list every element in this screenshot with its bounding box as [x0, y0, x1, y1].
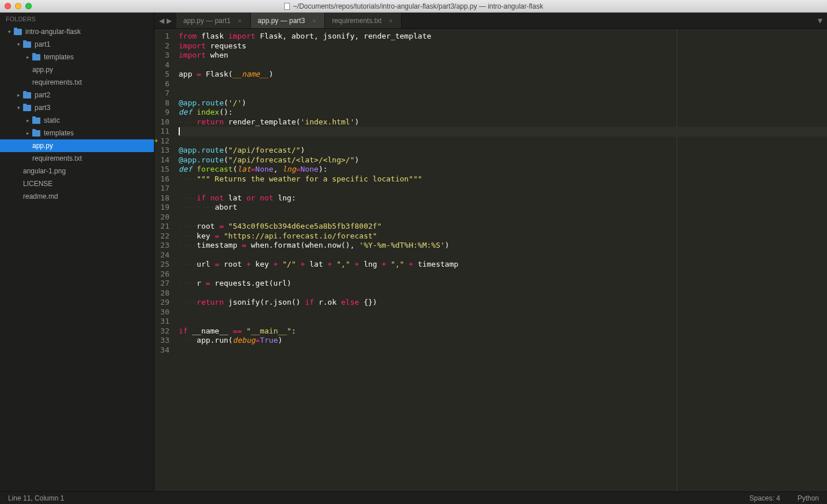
disclosure-icon: ▸: [17, 92, 23, 98]
code-line[interactable]: @app.route('/'): [179, 98, 827, 108]
code-line[interactable]: ····timestamp = when.format(when.now(), …: [179, 241, 827, 251]
nav-forward-icon[interactable]: ▶: [167, 17, 172, 25]
folder-icon: [23, 92, 31, 98]
folder-icon: [32, 118, 40, 124]
code-line[interactable]: ····app.run(debug=True): [179, 336, 827, 346]
code-line[interactable]: import requests: [179, 41, 827, 51]
code-line[interactable]: ····""" Returns the weather for a specif…: [179, 175, 827, 184]
zoom-window-button[interactable]: [25, 3, 32, 9]
code-line[interactable]: [179, 60, 827, 70]
file-app-py[interactable]: app.py: [0, 63, 154, 76]
code-line[interactable]: [179, 127, 827, 137]
tab-close-icon[interactable]: ×: [311, 17, 318, 24]
minimize-window-button[interactable]: [15, 3, 21, 9]
code-line[interactable]: ········abort: [179, 203, 827, 213]
code-line[interactable]: [179, 270, 827, 279]
code-line[interactable]: ····root = "543c0f05cb394d6ece5a8b5fb3f8…: [179, 222, 827, 232]
file-requirements-txt[interactable]: requirements.txt: [0, 152, 154, 165]
tab-label: requirements.txt: [332, 17, 382, 25]
folder-intro-angular-flask[interactable]: ▾intro-angular-flask: [0, 25, 154, 38]
file-readme-md[interactable]: readme.md: [0, 190, 154, 203]
window-title: ~/Documents/repos/tutorials/intro-angula…: [293, 2, 543, 10]
tab-app-py-part3[interactable]: app.py — part3×: [251, 13, 325, 28]
folder-part1[interactable]: ▾part1: [0, 38, 154, 51]
code-line[interactable]: ····return jsonify(r.json() if r.ok else…: [179, 298, 827, 308]
folder-icon: [14, 29, 22, 35]
tree-item-label: readme.md: [23, 192, 58, 200]
folder-templates[interactable]: ▸templates: [0, 127, 154, 139]
code-line[interactable]: [179, 346, 827, 355]
code-line[interactable]: [179, 289, 827, 298]
code-line[interactable]: [179, 251, 827, 260]
folder-part3[interactable]: ▾part3: [0, 101, 154, 114]
tree-item-label: app.py: [32, 142, 53, 150]
gutter-modified-icon: +: [154, 137, 159, 146]
code-line[interactable]: @app.route("/api/forecast/"): [179, 146, 827, 156]
tab-app-py-part1[interactable]: app.py — part1×: [176, 13, 251, 28]
code-editor[interactable]: 123456789101112+131415161718192021222324…: [154, 29, 827, 491]
tree-item-label: part3: [35, 104, 50, 112]
code-line[interactable]: [179, 308, 827, 317]
code-line[interactable]: app = Flask(__name__): [179, 70, 827, 79]
folder-part2[interactable]: ▸part2: [0, 89, 154, 101]
tabbar: ◀ ▶ app.py — part1×app.py — part3×requir…: [154, 13, 827, 29]
code-line[interactable]: [179, 137, 827, 146]
tree-item-label: requirements.txt: [32, 78, 82, 86]
sidebar-header: FOLDERS: [0, 13, 154, 25]
sidebar: FOLDERS ▾intro-angular-flask▾part1▸templ…: [0, 13, 154, 491]
text-cursor: [179, 127, 180, 135]
status-position[interactable]: Line 11, Column 1: [8, 494, 64, 502]
tree-item-label: templates: [44, 53, 74, 61]
code-line[interactable]: [179, 213, 827, 222]
code-line[interactable]: ····return render_template('index.html'): [179, 118, 827, 127]
folder-static[interactable]: ▸static: [0, 114, 154, 127]
file-app-py[interactable]: app.py: [0, 139, 154, 152]
folder-icon: [23, 41, 31, 48]
code-line[interactable]: ····key = "https://api.forecast.io/forec…: [179, 232, 827, 241]
tab-label: app.py — part3: [258, 17, 305, 25]
folder-icon: [32, 54, 40, 60]
code-line[interactable]: [179, 184, 827, 194]
tree-item-label: intro-angular-flask: [25, 28, 81, 36]
folder-tree: ▾intro-angular-flask▾part1▸templatesapp.…: [0, 25, 154, 203]
code[interactable]: from flask import Flask, abort, jsonify,…: [174, 29, 827, 491]
tree-item-label: part1: [35, 40, 50, 48]
disclosure-icon: ▸: [27, 130, 32, 136]
disclosure-icon: ▸: [27, 118, 32, 123]
status-language[interactable]: Python: [798, 494, 819, 502]
disclosure-icon: ▾: [8, 29, 14, 35]
tab-close-icon[interactable]: ×: [236, 17, 243, 24]
code-line[interactable]: [179, 79, 827, 89]
code-line[interactable]: ····r = requests.get(url): [179, 279, 827, 289]
file-requirements-txt[interactable]: requirements.txt: [0, 76, 154, 89]
file-angular-1-png[interactable]: angular-1.png: [0, 165, 154, 177]
code-line[interactable]: @app.route("/api/forecast/<lat>/<lng>/"): [179, 156, 827, 165]
close-window-button[interactable]: [5, 3, 11, 9]
tab-close-icon[interactable]: ×: [387, 17, 394, 24]
tab-requirements-txt[interactable]: requirements.txt×: [325, 13, 402, 28]
file-icon: [284, 3, 290, 10]
file-license[interactable]: LICENSE: [0, 177, 154, 190]
tree-item-label: static: [44, 116, 60, 124]
code-line[interactable]: [179, 317, 827, 327]
code-line[interactable]: from flask import Flask, abort, jsonify,…: [179, 32, 827, 41]
tab-overflow-button[interactable]: ▾: [813, 13, 827, 28]
code-line[interactable]: def forecast(lat=None, lng=None):: [179, 165, 827, 175]
code-line[interactable]: [179, 89, 827, 98]
code-line[interactable]: ····if not lat or not lng:: [179, 194, 827, 203]
disclosure-icon: ▸: [27, 54, 32, 60]
disclosure-icon: ▾: [17, 41, 23, 47]
status-indent[interactable]: Spaces: 4: [749, 494, 780, 502]
nav-back-icon[interactable]: ◀: [159, 17, 164, 25]
code-line[interactable]: ····url = root + key + "/" + lat + "," +…: [179, 260, 827, 270]
code-line[interactable]: if __name__ == "__main__":: [179, 327, 827, 336]
folder-templates[interactable]: ▸templates: [0, 51, 154, 63]
tree-item-label: templates: [44, 129, 74, 137]
disclosure-icon: ▾: [17, 105, 23, 111]
gutter: 123456789101112+131415161718192021222324…: [154, 29, 174, 491]
traffic-lights: [5, 3, 32, 9]
code-line[interactable]: import when: [179, 51, 827, 60]
folder-icon: [32, 130, 40, 137]
code-line[interactable]: def index():: [179, 108, 827, 118]
titlebar: ~/Documents/repos/tutorials/intro-angula…: [0, 0, 827, 13]
